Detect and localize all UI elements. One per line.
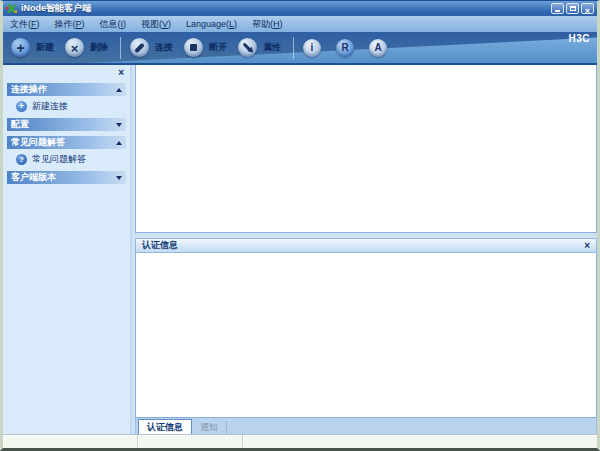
sidebar-header: × [3,65,130,80]
sidebar-panel-connection-ops[interactable]: 连接操作 [7,83,126,96]
new-icon [11,38,30,57]
r-round-button[interactable]: R [336,39,354,57]
menu-file[interactable]: 文件(F) [10,18,40,31]
menu-operate[interactable]: 操作(P) [55,18,85,31]
menu-info[interactable]: 信息(I) [100,18,127,31]
faq-icon [16,154,27,165]
tab-notification[interactable]: 通知 [192,421,227,434]
sidebar-panel-config[interactable]: 配置 [7,118,126,131]
tab-auth-info[interactable]: 认证信息 [138,419,192,434]
sidebar-close-icon[interactable]: × [118,68,124,78]
app-logo-icon [6,3,17,14]
menu-bar: 文件(F) 操作(P) 信息(I) 视图(V) Language(L) 帮助(H… [3,16,597,32]
toolbar-separator [293,37,294,59]
sidebar-item-new-connection[interactable]: 新建连接 [3,98,130,115]
auth-panel-close-icon[interactable]: × [584,241,590,251]
auth-message-area[interactable] [135,253,597,418]
window-controls [551,3,594,14]
status-cell-2 [138,435,243,448]
delete-button[interactable]: 删除 [65,38,108,57]
toolbar-separator [120,37,121,59]
menu-help[interactable]: 帮助(H) [252,18,283,31]
auth-panel-header: 认证信息 × [135,238,597,253]
auth-panel: 认证信息 × 认证信息 通知 [135,238,597,434]
sidebar-panel-client-version[interactable]: 客户端版本 [7,171,126,184]
auth-panel-title: 认证信息 [142,239,178,252]
window-title: iNode智能客户端 [21,2,547,15]
app-window: iNode智能客户端 文件(F) 操作(P) 信息(I) 视图(V) Langu… [0,0,600,451]
disconnect-icon [184,38,203,57]
connect-button[interactable]: 连接 [130,38,173,57]
menu-language[interactable]: Language(L) [186,19,237,29]
resize-grip[interactable] [593,444,595,446]
status-cell-1 [3,435,138,448]
titlebar: iNode智能客户端 [3,1,597,16]
main-column: 认证信息 × 认证信息 通知 [132,65,597,434]
auth-tabstrip: 认证信息 通知 [135,418,597,434]
a-round-button[interactable]: A [369,39,387,57]
collapse-arrow-icon [116,88,122,92]
status-cell-3 [243,435,597,448]
new-button[interactable]: 新建 [11,38,54,57]
info-round-button[interactable]: i [303,39,321,57]
sidebar: × 连接操作 新建连接 配置 常见问题解答 常见问题解答 [3,65,132,434]
toolbar-buttons: 新建 删除 连接 断开 属性 i R A [3,32,597,63]
sidebar-item-faq[interactable]: 常见问题解答 [3,151,130,168]
connect-icon [130,38,149,57]
minimize-icon [555,10,560,12]
h3c-logo: H3C [568,33,590,44]
close-button[interactable] [581,3,594,14]
minimize-button[interactable] [551,3,564,14]
sidebar-panel-faq[interactable]: 常见问题解答 [7,136,126,149]
menu-view[interactable]: 视图(V) [141,18,171,31]
connection-list-area[interactable] [135,65,597,233]
toolbar: H3C 新建 删除 连接 断开 属性 i [3,32,597,63]
maximize-button[interactable] [566,3,579,14]
disconnect-button[interactable]: 断开 [184,38,227,57]
status-bar [3,434,597,448]
maximize-icon [570,6,576,11]
properties-button[interactable]: 属性 [238,38,281,57]
properties-icon [238,38,257,57]
expand-arrow-icon [116,176,122,180]
new-connection-icon [16,101,27,112]
expand-arrow-icon [116,123,122,127]
delete-icon [65,38,84,57]
content-area: × 连接操作 新建连接 配置 常见问题解答 常见问题解答 [3,65,597,434]
collapse-arrow-icon [116,141,122,145]
close-icon [585,0,590,18]
